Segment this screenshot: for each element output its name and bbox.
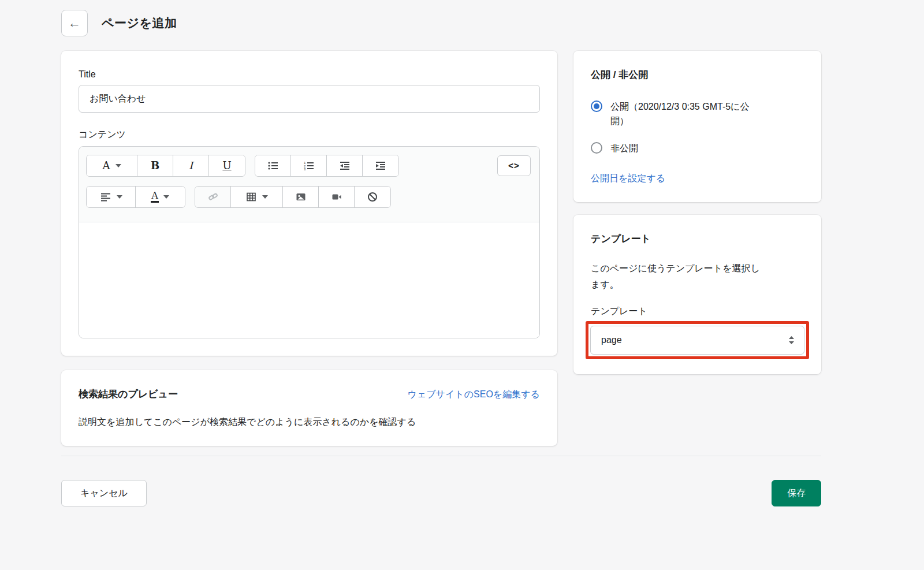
underline-glyph: U (222, 161, 231, 171)
outdent-button[interactable] (327, 155, 363, 176)
chevron-down-icon (262, 195, 268, 199)
back-arrow-icon: ← (68, 17, 81, 29)
page-container: ← ページを追加 Title コンテンツ A (61, 10, 821, 506)
seo-heading: 検索結果のプレビュー (79, 388, 178, 401)
svg-text:3: 3 (304, 167, 306, 171)
page-title: ページを追加 (102, 15, 177, 31)
page-header: ← ページを追加 (61, 10, 821, 36)
editor-toolbar: A B I U (79, 147, 539, 222)
visibility-heading: 公開 / 非公開 (591, 68, 804, 81)
numbered-list-icon: 1 2 3 (303, 160, 315, 172)
rich-text-editor: A B I U (79, 146, 540, 338)
code-view-button[interactable]: <> (497, 155, 531, 176)
visibility-option-label[interactable]: 非公開 (610, 141, 638, 156)
visibility-card: 公開 / 非公開 公開（2020/12/3 0:35 GMT-5に公開） 非公開… (573, 51, 821, 202)
numbered-list-button[interactable]: 1 2 3 (291, 155, 327, 176)
template-select-label: テンプレート (591, 306, 804, 318)
chevron-down-icon (116, 164, 121, 167)
edit-seo-link[interactable]: ウェブサイトのSEOを編集する (407, 389, 540, 401)
radio-unselected-icon[interactable] (591, 142, 602, 154)
back-button[interactable]: ← (61, 10, 88, 36)
table-icon (245, 191, 257, 203)
link-icon (207, 191, 219, 203)
bold-glyph: B (151, 161, 159, 171)
radio-selected-icon[interactable] (591, 100, 602, 112)
bullet-list-icon (267, 160, 279, 172)
indent-icon (375, 160, 386, 172)
select-updown-icon (788, 336, 795, 345)
footer-divider (61, 456, 821, 456)
annotation-highlight-box: page (586, 321, 809, 359)
seo-preview-card: 検索結果のプレビュー ウェブサイトのSEOを編集する 説明文を追加してこのページ… (61, 370, 557, 446)
visibility-option-hidden[interactable]: 非公開 (591, 141, 804, 156)
underline-button[interactable]: U (209, 155, 245, 176)
template-heading: テンプレート (591, 232, 804, 245)
insert-group (195, 186, 391, 208)
clear-formatting-icon (367, 191, 378, 203)
cancel-button[interactable]: キャンセル (61, 480, 147, 506)
content-label: コンテンツ (79, 129, 540, 141)
insert-video-button[interactable] (319, 187, 355, 207)
page-form-card: Title コンテンツ A (61, 51, 557, 356)
italic-glyph: I (189, 161, 193, 171)
align-color-group: A (86, 186, 185, 208)
text-format-group: A B I U (86, 155, 245, 177)
template-select[interactable]: page (590, 326, 804, 355)
text-style-button[interactable]: A (87, 155, 137, 176)
link-button[interactable] (195, 187, 231, 207)
image-icon (295, 191, 307, 203)
chevron-down-icon (163, 195, 169, 199)
chevron-down-icon (117, 195, 122, 199)
footer-actions: キャンセル 保存 (61, 480, 821, 506)
table-button[interactable] (231, 187, 283, 207)
italic-button[interactable]: I (173, 155, 209, 176)
template-select-value: page (601, 335, 622, 345)
text-color-button[interactable]: A (136, 187, 185, 207)
bullet-list-button[interactable] (255, 155, 291, 176)
title-label: Title (79, 69, 540, 80)
clear-formatting-button[interactable] (355, 187, 390, 207)
title-input[interactable] (79, 85, 540, 113)
insert-image-button[interactable] (283, 187, 319, 207)
save-button[interactable]: 保存 (772, 480, 821, 506)
outdent-icon (339, 160, 351, 172)
indent-button[interactable] (363, 155, 398, 176)
text-color-icon: A (151, 191, 158, 203)
align-left-icon (100, 191, 111, 203)
template-card: テンプレート このページに使うテンプレートを選択します。 テンプレート page (573, 215, 821, 374)
template-description: このページに使うテンプレートを選択します。 (591, 260, 764, 293)
video-icon (331, 191, 342, 203)
alignment-button[interactable] (87, 187, 136, 207)
editor-content-area[interactable] (79, 222, 539, 338)
list-indent-group: 1 2 3 (255, 155, 399, 177)
bold-button[interactable]: B (137, 155, 173, 176)
visibility-option-label[interactable]: 公開（2020/12/3 0:35 GMT-5に公開） (610, 100, 754, 129)
set-publish-date-link[interactable]: 公開日を設定する (591, 173, 665, 185)
text-style-letter: A (103, 161, 110, 171)
visibility-option-visible[interactable]: 公開（2020/12/3 0:35 GMT-5に公開） (591, 100, 804, 129)
seo-description: 説明文を追加してこのページが検索結果でどのように表示されるのかを確認する (79, 416, 540, 429)
